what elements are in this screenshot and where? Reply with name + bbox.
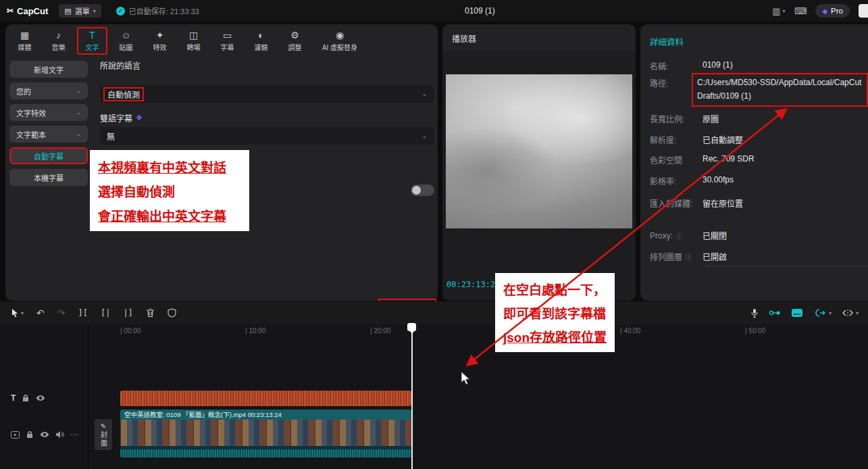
detail-row-resolution: 解析度: 已自動調整 <box>650 134 743 145</box>
more-icon[interactable]: ⋯ <box>70 430 78 439</box>
toolbar-item-transition[interactable]: ◫ 轉場 <box>178 30 209 52</box>
filters-icon: ◐ <box>258 30 263 41</box>
menu-label: 選單 <box>75 5 90 16</box>
split-button[interactable]: ][ <box>78 308 87 318</box>
trim-right-button[interactable]: |] <box>123 308 132 318</box>
ruler-tick[interactable]: | 20:00 <box>370 327 390 335</box>
playhead-line[interactable] <box>411 324 413 469</box>
toolbar-item-media[interactable]: ▦ 媒體 <box>9 30 40 52</box>
text-icon: T <box>89 30 95 41</box>
player-header: 播放器 <box>442 24 636 51</box>
toolbar-item-filters[interactable]: ◐ 濾鏡 <box>246 30 276 52</box>
video-clip-waveform <box>120 446 411 458</box>
project-title: 0109 (1) <box>465 6 495 16</box>
menu-button[interactable]: ▤ 選單 ▾ <box>59 4 101 18</box>
premium-diamond-icon: ❖ <box>136 114 143 122</box>
chevron-down-icon: ⌄ <box>422 132 427 139</box>
pencil-icon: ✎ <box>101 422 106 430</box>
ruler-tick[interactable]: | 40:00 <box>620 327 640 335</box>
clip-export-button[interactable]: ▾ <box>813 308 832 318</box>
language-value: 自動偵測 <box>103 87 144 101</box>
auto-captions-button[interactable] <box>791 308 803 318</box>
cover-button[interactable]: ✎ 封面 <box>95 419 112 450</box>
timeline-tools-left: ▾ ↶ ↷ ][ [| |] <box>11 307 176 318</box>
pro-badge[interactable]: ◆ Pro <box>815 4 850 18</box>
sidebar-item-auto-captions[interactable]: 自動字幕 <box>9 147 88 164</box>
ruler-tick[interactable]: | 50:00 <box>745 327 765 335</box>
mask-button[interactable] <box>168 308 176 318</box>
sidebar-item-text-effects[interactable]: 文字特效 ⌄ <box>9 104 88 121</box>
video-clip-thumbnails <box>120 420 411 446</box>
details-panel: 詳細資料 名稱: 0109 (1) 路徑: C:/Users/MD530-SSD… <box>640 24 868 301</box>
undo-button[interactable]: ↶ <box>36 307 45 318</box>
video-track-header: ⋯ <box>0 426 88 443</box>
delete-button[interactable] <box>146 308 155 318</box>
toolbar-item-audio[interactable]: ♪ 音樂 <box>43 30 74 52</box>
text-track-header: T <box>0 389 88 407</box>
trim-right-icon: |] <box>123 308 132 318</box>
toggle-knob <box>412 186 421 195</box>
undo-icon: ↶ <box>36 307 45 318</box>
autosave-text: 已自動保存: 21:33:33 <box>129 5 199 16</box>
redo-button[interactable]: ↷ <box>57 307 66 318</box>
chevron-down-icon: ⌄ <box>422 91 427 97</box>
ai-avatar-icon: ◉ <box>336 30 344 41</box>
split-icon: ][ <box>78 308 87 318</box>
trash-icon <box>146 308 155 318</box>
text-sidebar: 新增文字 您的 ⌄ 文字特效 ⌄ 文字範本 ⌄ 自動字幕 本機字幕 <box>9 61 88 186</box>
link-clips-button[interactable] <box>769 309 781 317</box>
adjust-icon: ⚙ <box>290 30 299 41</box>
bilingual-toggle[interactable] <box>411 184 434 196</box>
record-voiceover-button[interactable] <box>750 308 759 318</box>
layout-switch-button[interactable]: ▥ ▾ <box>772 6 785 16</box>
speaker-icon[interactable] <box>55 430 64 439</box>
detail-row-name: 名稱: 0109 (1) <box>650 60 733 72</box>
sidebar-item-local-captions[interactable]: 本機字幕 <box>9 169 88 186</box>
detail-row-aspect-ratio: 長寬比例: 原圖 <box>650 113 719 124</box>
topbar: ✂ CapCut ▤ 選單 ▾ ✓ 已自動保存: 21:33:33 0109 (… <box>0 0 868 22</box>
timeline: | 00:00 | 10:00 | 20:00 | 30:00 | 40:00 … <box>0 324 868 469</box>
transition-icon: ◫ <box>189 30 198 41</box>
sidebar-item-yours[interactable]: 您的 ⌄ <box>9 82 88 99</box>
clip-arrow-icon <box>813 308 827 318</box>
track-header-divider <box>88 324 88 469</box>
lock-icon[interactable] <box>26 430 34 439</box>
toolbar-item-captions[interactable]: ▭ 字幕 <box>212 30 242 52</box>
detail-row-frame-rate: 影格率: 30.00fps <box>650 175 734 187</box>
audio-icon: ♪ <box>56 30 61 41</box>
eye-icon[interactable] <box>36 394 45 402</box>
ruler-tick[interactable]: | 00:00 <box>120 327 141 335</box>
shortcuts-button[interactable]: ⌨ <box>794 6 807 16</box>
toolbar-item-sticker[interactable]: ☺ 貼圖 <box>111 30 141 52</box>
player-panel: 播放器 00:23:13:24 <box>442 24 636 301</box>
chevron-down-icon: ▾ <box>829 310 832 316</box>
language-select[interactable]: 自動偵測 ⌄ <box>100 85 434 103</box>
main-toolbar: ▦ 媒體 ♪ 音樂 T 文字 ☺ 貼圖 ✦ 特效 ◫ 轉場 <box>9 26 366 55</box>
select-tool-button[interactable]: ▾ <box>11 308 24 318</box>
logo-text: CapCut <box>17 6 48 16</box>
trim-left-button[interactable]: [| <box>101 308 110 318</box>
video-preview[interactable] <box>446 74 632 228</box>
eye-icon[interactable] <box>40 430 49 439</box>
chevron-down-icon: ▾ <box>783 8 786 14</box>
sidebar-item-add-text[interactable]: 新增文字 <box>9 61 88 78</box>
topbar-right: ▥ ▾ ⌨ ◆ Pro <box>772 0 868 22</box>
video-clip[interactable]: 空中英語教室: 0109 「藍圖」概念(下).mp4 00:23:13:24 <box>120 410 411 458</box>
lock-icon[interactable] <box>22 394 30 402</box>
toolbar-item-adjust[interactable]: ⚙ 調整 <box>280 30 310 52</box>
playhead-handle[interactable] <box>407 323 416 331</box>
bilingual-captions-label: 雙語字幕 ❖ <box>100 112 143 124</box>
preview-axis-button[interactable]: ▾ <box>842 309 859 317</box>
check-icon: ✓ <box>116 7 125 16</box>
window-control-partial[interactable] <box>859 4 868 18</box>
toolbar-item-text[interactable]: T 文字 <box>77 27 107 55</box>
playback-timecode: 00:23:13:24 <box>446 280 500 289</box>
sidebar-item-text-templates[interactable]: 文字範本 ⌄ <box>9 126 88 143</box>
subtitle-clip-strip[interactable] <box>120 391 411 406</box>
toolbar-item-effects[interactable]: ✦ 特效 <box>145 30 175 52</box>
ruler-tick[interactable]: | 10:00 <box>245 327 265 335</box>
toolbar-item-ai-avatar[interactable]: ◉ AI 虛擬替身 <box>313 30 366 52</box>
bilingual-select[interactable]: 無 ⌄ <box>100 127 434 145</box>
chevron-down-icon: ▾ <box>21 310 24 316</box>
shield-icon <box>168 308 176 318</box>
